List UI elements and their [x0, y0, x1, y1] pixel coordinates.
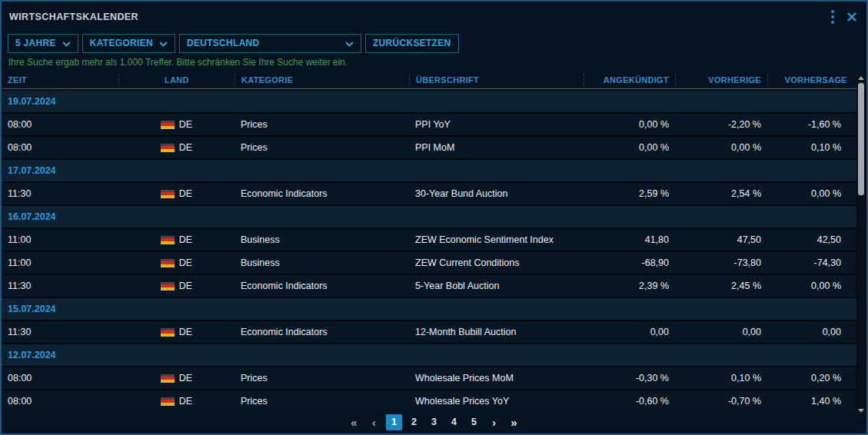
- event-time: 11:30: [2, 327, 118, 337]
- date-label: 19.07.2024: [2, 96, 62, 107]
- event-previous-value: 0,10 %: [675, 373, 767, 384]
- page-button-5[interactable]: 5: [466, 414, 482, 430]
- country-code: DE: [179, 257, 192, 268]
- calendar-event-row[interactable]: 11:00DEBusinessZEW Current Conditions-68…: [2, 252, 856, 274]
- germany-flag-icon: [161, 328, 175, 337]
- column-header-ueberschrift[interactable]: ÜBERSCHRIFT: [409, 74, 584, 86]
- event-time: 11:30: [2, 281, 118, 291]
- calendar-event-row[interactable]: 11:30DEEconomic Indicators12-Month Bubil…: [2, 321, 856, 343]
- event-previous-value: 2,54 %: [675, 188, 767, 199]
- country-code: DE: [179, 119, 192, 130]
- categories-dropdown[interactable]: KATEGORIEN: [82, 34, 175, 53]
- period-dropdown[interactable]: 5 JAHRE: [8, 34, 78, 53]
- column-header-vorherige[interactable]: VORHERIGE: [675, 74, 767, 86]
- event-time: 08:00: [2, 119, 118, 130]
- date-group-row: 15.07.2024: [2, 298, 856, 320]
- event-headline: ZEW Current Conditions: [409, 257, 584, 268]
- germany-flag-icon: [161, 236, 175, 244]
- event-previous-value: -73,80: [675, 257, 767, 268]
- event-time: 11:30: [2, 188, 118, 199]
- page-button-4[interactable]: 4: [446, 414, 462, 430]
- event-announced-value: -0,60 %: [584, 396, 675, 407]
- event-country: DE: [118, 142, 234, 153]
- country-dropdown[interactable]: DEUTSCHLAND: [179, 34, 361, 53]
- country-code: DE: [179, 188, 192, 199]
- germany-flag-icon: [161, 259, 175, 267]
- scroll-down-icon[interactable]: [858, 409, 864, 413]
- reset-button[interactable]: ZURÜCKSETZEN: [365, 34, 459, 53]
- event-category: Economic Indicators: [234, 188, 409, 199]
- first-page-button[interactable]: «: [346, 414, 362, 430]
- calendar-event-row[interactable]: 08:00DEPricesWholesale Prices MoM-0,30 %…: [2, 367, 856, 389]
- event-country: DE: [118, 234, 234, 245]
- event-country: DE: [118, 396, 234, 407]
- calendar-event-row[interactable]: 11:00DEBusinessZEW Economic Sentiment In…: [2, 229, 856, 251]
- chevron-down-icon: [345, 38, 354, 49]
- country-code: DE: [179, 234, 192, 245]
- country-code: DE: [179, 396, 192, 407]
- date-group-row: 17.07.2024: [2, 160, 856, 181]
- event-time: 08:00: [2, 396, 118, 407]
- country-dropdown-label: DEUTSCHLAND: [187, 38, 260, 48]
- table-body: 19.07.202408:00DEPricesPPI YoY0,00 %-2,2…: [2, 89, 866, 410]
- close-icon[interactable]: [846, 12, 857, 22]
- event-country: DE: [118, 327, 234, 337]
- column-header-kategorie[interactable]: KATEGORIE: [234, 74, 409, 86]
- event-headline: PPI YoY: [409, 119, 584, 130]
- event-forecast-value: -74,30: [767, 257, 856, 268]
- event-forecast-value: 0,00: [767, 327, 856, 337]
- page-button-2[interactable]: 2: [406, 414, 422, 430]
- column-header-vorhersage[interactable]: VORHERSAGE: [767, 74, 856, 86]
- event-forecast-value: -1,60 %: [767, 119, 856, 130]
- scrollbar-thumb[interactable]: [858, 83, 864, 195]
- event-headline: 5-Year Bobl Auction: [409, 281, 584, 291]
- event-category: Prices: [234, 373, 409, 384]
- event-previous-value: -0,70 %: [675, 396, 767, 407]
- column-header-angekuendigt[interactable]: ANGEKÜNDIGT: [584, 74, 675, 86]
- calendar-event-row[interactable]: 08:00DEPricesPPI YoY0,00 %-2,20 %-1,60 %: [2, 114, 856, 135]
- page-button-3[interactable]: 3: [426, 414, 442, 430]
- date-group-row: 16.07.2024: [2, 206, 856, 227]
- event-announced-value: 41,80: [584, 234, 675, 245]
- event-country: DE: [118, 119, 234, 130]
- date-label: 16.07.2024: [2, 211, 62, 222]
- calendar-event-row[interactable]: 11:30DEEconomic Indicators30-Year Bund A…: [2, 183, 856, 204]
- column-header-zeit[interactable]: ZEIT: [2, 74, 118, 86]
- event-forecast-value: 1,40 %: [767, 396, 856, 407]
- kebab-menu-icon[interactable]: [831, 10, 834, 24]
- titlebar: WIRTSCHAFTSKALENDER: [2, 2, 866, 32]
- calendar-event-row[interactable]: 08:00DEPricesWholesale Prices YoY-0,60 %…: [2, 390, 856, 410]
- event-announced-value: 2,59 %: [584, 188, 675, 199]
- scroll-up-icon[interactable]: [858, 76, 864, 80]
- column-header-land[interactable]: LAND: [118, 74, 234, 86]
- event-category: Economic Indicators: [234, 281, 409, 291]
- date-group-row: 19.07.2024: [2, 91, 856, 112]
- country-code: DE: [179, 142, 192, 153]
- event-headline: Wholesale Prices MoM: [409, 373, 584, 384]
- event-time: 08:00: [2, 373, 118, 384]
- event-announced-value: 2,39 %: [584, 281, 675, 291]
- prev-page-button[interactable]: ‹: [366, 414, 382, 430]
- event-country: DE: [118, 188, 234, 199]
- next-page-button[interactable]: ›: [486, 414, 502, 430]
- event-previous-value: 47,50: [675, 234, 767, 245]
- calendar-event-row[interactable]: 08:00DEPricesPPI MoM0,00 %0,00 %0,10 %: [2, 137, 856, 158]
- event-time: 08:00: [2, 142, 118, 153]
- event-country: DE: [118, 281, 234, 291]
- vertical-scrollbar[interactable]: [857, 74, 865, 415]
- country-code: DE: [179, 373, 192, 384]
- page-button-1[interactable]: 1: [386, 414, 402, 430]
- event-previous-value: 2,45 %: [675, 281, 767, 291]
- event-category: Economic Indicators: [234, 327, 409, 337]
- calendar-event-row[interactable]: 11:30DEEconomic Indicators5-Year Bobl Au…: [2, 275, 856, 297]
- event-forecast-value: 0,10 %: [767, 142, 856, 153]
- categories-dropdown-label: KATEGORIEN: [90, 38, 153, 48]
- event-country: DE: [118, 257, 234, 268]
- event-previous-value: -2,20 %: [675, 119, 767, 130]
- event-forecast-value: 0,20 %: [767, 373, 856, 384]
- chevron-down-icon: [62, 38, 71, 49]
- event-announced-value: -68,90: [584, 257, 675, 268]
- last-page-button[interactable]: »: [506, 414, 522, 430]
- chevron-down-icon: [159, 38, 168, 49]
- event-country: DE: [118, 373, 234, 384]
